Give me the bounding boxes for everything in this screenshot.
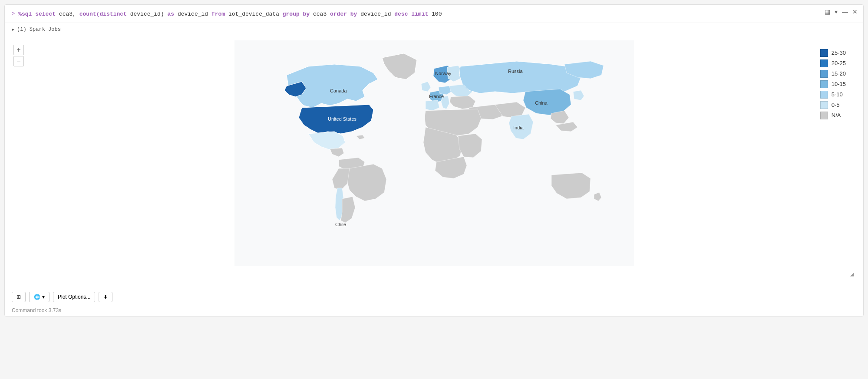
canada-label: Canada (330, 88, 347, 93)
download-button[interactable]: ⬇ (99, 292, 112, 302)
map-view-button[interactable]: 🌐 ▾ (29, 292, 50, 302)
globe-icon: 🌐 (34, 294, 40, 300)
legend-item-na: N/A (820, 112, 846, 119)
notebook-cell: ▦ ▾ — ✕ > %sql select cca3, count(distin… (4, 4, 864, 316)
status-text: Command took 3.73s (12, 307, 61, 313)
code-token-alias: device_id (178, 11, 211, 17)
legend-item-10-15: 10-15 (820, 80, 846, 88)
code-token-select: select (35, 11, 59, 17)
spark-jobs-row[interactable]: ▶ (1) Spark Jobs (5, 23, 863, 36)
usa-label: United States (328, 116, 357, 122)
zoom-controls: + − (13, 45, 24, 66)
code-token-orderby-col: device_id (360, 11, 394, 17)
legend-item-5-10: 5-10 (820, 91, 846, 99)
legend-swatch-5-10 (820, 91, 828, 99)
table-view-button[interactable]: ⊞ (12, 292, 26, 302)
china-label: China (535, 100, 548, 105)
code-area: > %sql select cca3, count(distinct devic… (5, 5, 863, 23)
download-icon: ⬇ (103, 294, 108, 300)
chile-label: Chile (335, 222, 346, 227)
code-token-by2: by (350, 11, 360, 17)
code-token-order: order (330, 11, 350, 17)
code-token-group: group (283, 11, 303, 17)
legend: 25-30 20-25 15-20 10-15 5-10 0-5 (820, 49, 846, 119)
legend-label-20-25: 20-25 (832, 60, 846, 66)
russia-label: Russia (508, 69, 523, 74)
legend-swatch-0-5 (820, 101, 828, 109)
legend-label-25-30: 25-30 (832, 49, 846, 56)
zoom-in-button[interactable]: + (13, 45, 24, 55)
code-token-as: as (168, 11, 178, 17)
code-token-device-id: device_id) (130, 11, 168, 17)
spark-jobs-triangle: ▶ (12, 27, 14, 32)
code-token-limit-val: 100 (432, 11, 442, 17)
legend-label-15-20: 15-20 (832, 70, 846, 77)
cell-footer: ⊞ 🌐 ▾ Plot Options... ⬇ (5, 288, 863, 306)
code-token-sql-magic: %sql (18, 11, 35, 17)
code-token-table: iot_device_data (228, 11, 283, 17)
globe-chevron: ▾ (42, 294, 45, 300)
resize-handle[interactable]: ◢ (850, 270, 855, 275)
map-svg-area: United States Canada Norway France Russi… (12, 40, 856, 266)
chevron-down-button[interactable]: ▾ (833, 7, 839, 16)
status-bar: Command took 3.73s (5, 306, 863, 316)
legend-label-10-15: 10-15 (832, 81, 846, 87)
india-label: India (513, 125, 524, 130)
legend-swatch-na (820, 112, 828, 119)
cell-toolbar: ▦ ▾ — ✕ (823, 7, 859, 16)
zoom-out-button[interactable]: − (13, 56, 24, 66)
legend-item-0-5: 0-5 (820, 101, 846, 109)
table-icon: ⊞ (17, 294, 21, 300)
legend-swatch-25-30 (820, 49, 828, 57)
legend-swatch-15-20 (820, 70, 828, 78)
legend-swatch-10-15 (820, 80, 828, 88)
legend-item-25-30: 25-30 (820, 49, 846, 57)
norway-label: Norway (435, 71, 452, 76)
code-token-desc: desc (394, 11, 411, 17)
run-indicator[interactable]: > (12, 11, 15, 17)
world-map-svg: United States Canada Norway France Russi… (234, 40, 634, 266)
code-token-groupby-col: cca3 (313, 11, 330, 17)
legend-label-na: N/A (832, 112, 841, 119)
map-container: + − (5, 36, 863, 288)
legend-item-15-20: 15-20 (820, 70, 846, 78)
code-token-count: count( (79, 11, 100, 17)
legend-label-5-10: 5-10 (832, 91, 843, 98)
code-token-from: from (211, 11, 228, 17)
spark-jobs-label: (1) Spark Jobs (17, 26, 61, 33)
code-line: %sql select cca3, count(distinct device_… (18, 10, 442, 19)
chart-toggle-button[interactable]: ▦ (823, 7, 832, 16)
france-label: France (429, 94, 444, 99)
close-button[interactable]: ✕ (851, 7, 859, 16)
russia-path (459, 61, 582, 93)
code-token-by1: by (303, 11, 313, 17)
minimize-button[interactable]: — (841, 7, 849, 16)
legend-swatch-20-25 (820, 59, 828, 67)
plot-options-button[interactable]: Plot Options... (53, 292, 95, 302)
legend-label-0-5: 0-5 (832, 102, 840, 108)
plot-options-label: Plot Options... (58, 294, 90, 300)
code-token-distinct: distinct (99, 11, 130, 17)
code-token-cca3: cca3, (59, 11, 79, 17)
legend-item-20-25: 20-25 (820, 59, 846, 67)
code-token-limit: limit (411, 11, 432, 17)
